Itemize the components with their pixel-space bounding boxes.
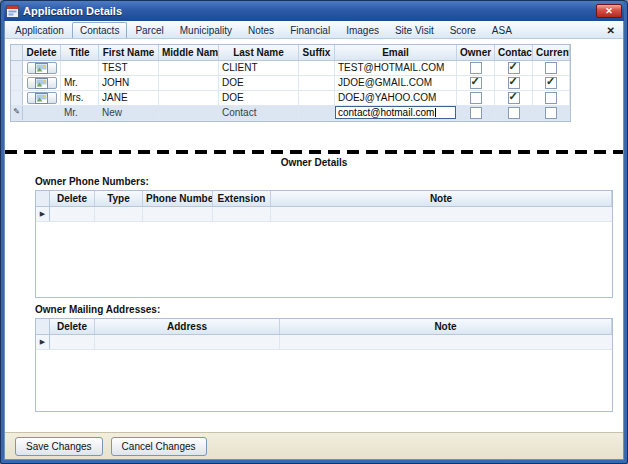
close-button[interactable]: ✕ xyxy=(596,4,622,18)
first-name-cell[interactable]: New xyxy=(99,106,159,120)
last-name-cell[interactable]: DOE xyxy=(219,76,299,90)
column-header-contact[interactable]: Contact xyxy=(495,45,533,60)
column-header-suffix[interactable]: Suffix xyxy=(299,45,335,60)
owner-checkbox[interactable] xyxy=(470,77,482,89)
middle-name-cell[interactable] xyxy=(159,91,219,105)
email-edit-input[interactable]: contact@hotmail.com xyxy=(335,106,456,119)
email-cell[interactable]: DOEJ@YAHOO.COM xyxy=(335,91,457,105)
column-header-first-name[interactable]: First Name xyxy=(99,45,159,60)
title-cell[interactable] xyxy=(61,61,99,75)
column-header-delete[interactable]: Delete xyxy=(50,191,95,206)
tab-asa[interactable]: ASA xyxy=(484,22,520,38)
tab-contacts[interactable]: Contacts xyxy=(72,22,127,38)
column-header-title[interactable]: Title xyxy=(61,45,99,60)
tab-notes[interactable]: Notes xyxy=(240,22,282,38)
current-cell xyxy=(533,106,570,120)
first-name-cell[interactable]: JOHN xyxy=(99,76,159,90)
suffix-cell[interactable] xyxy=(299,106,335,120)
note-cell[interactable] xyxy=(280,335,612,349)
middle-name-cell[interactable] xyxy=(159,76,219,90)
row-header[interactable] xyxy=(11,76,23,90)
note-cell[interactable] xyxy=(271,207,612,221)
delete-cell[interactable] xyxy=(23,106,61,120)
text-caret xyxy=(435,108,436,117)
column-header-owner[interactable]: Owner xyxy=(457,45,495,60)
address-new-row: ▶ xyxy=(36,335,612,350)
tabstrip-close-icon[interactable]: ✕ xyxy=(603,25,619,38)
column-header-delete[interactable]: Delete xyxy=(23,45,61,60)
row-header[interactable] xyxy=(11,91,23,105)
delete-row-button[interactable] xyxy=(27,77,57,89)
edit-pencil-icon: ✎ xyxy=(13,107,20,116)
owner-mailing-addresses-label: Owner Mailing Addresses: xyxy=(35,304,623,316)
client-area: Application Contacts Parcel Municipality… xyxy=(4,21,624,460)
title-cell[interactable]: Mr. xyxy=(61,106,99,120)
column-header-email[interactable]: Email xyxy=(335,45,457,60)
tab-application[interactable]: Application xyxy=(7,22,72,38)
delete-cell xyxy=(23,76,61,90)
middle-name-cell[interactable] xyxy=(159,61,219,75)
tab-score[interactable]: Score xyxy=(442,22,484,38)
column-header-phone-number[interactable]: Phone Number xyxy=(143,191,213,206)
save-changes-button[interactable]: Save Changes xyxy=(15,437,103,456)
column-header-note[interactable]: Note xyxy=(271,191,612,206)
email-cell-editing: contact@hotmail.com xyxy=(335,106,457,120)
contacts-grid: Delete Title First Name Middle Name Last… xyxy=(10,44,571,122)
current-checkbox[interactable] xyxy=(545,77,557,89)
delete-cell xyxy=(23,61,61,75)
suffix-cell[interactable] xyxy=(299,61,335,75)
last-name-cell[interactable]: Contact xyxy=(219,106,299,120)
current-checkbox[interactable] xyxy=(545,92,557,104)
current-checkbox[interactable] xyxy=(545,107,557,119)
row-header[interactable] xyxy=(11,61,23,75)
column-header-middle-name[interactable]: Middle Name xyxy=(159,45,219,60)
owner-checkbox[interactable] xyxy=(470,107,482,119)
contact-checkbox[interactable] xyxy=(508,107,520,119)
tab-site-visit[interactable]: Site Visit xyxy=(387,22,442,38)
type-cell[interactable] xyxy=(95,207,143,221)
column-header-delete[interactable]: Delete xyxy=(50,319,95,334)
tab-images[interactable]: Images xyxy=(338,22,387,38)
title-cell[interactable]: Mrs. xyxy=(61,91,99,105)
tab-municipality[interactable]: Municipality xyxy=(172,22,240,38)
last-name-cell[interactable]: DOE xyxy=(219,91,299,105)
owner-checkbox[interactable] xyxy=(470,62,482,74)
new-row-header[interactable]: ▶ xyxy=(36,207,50,221)
suffix-cell[interactable] xyxy=(299,91,335,105)
extension-cell[interactable] xyxy=(213,207,271,221)
title-cell[interactable]: Mr. xyxy=(61,76,99,90)
column-header-type[interactable]: Type xyxy=(95,191,143,206)
cancel-changes-button[interactable]: Cancel Changes xyxy=(111,437,207,456)
first-name-cell[interactable]: JANE xyxy=(99,91,159,105)
contact-checkbox[interactable] xyxy=(508,92,520,104)
column-header-address[interactable]: Address xyxy=(95,319,280,334)
last-name-cell[interactable]: CLIENT xyxy=(219,61,299,75)
first-name-cell[interactable]: TEST xyxy=(99,61,159,75)
address-cell[interactable] xyxy=(95,335,280,349)
tab-financial[interactable]: Financial xyxy=(282,22,338,38)
row-header-edit[interactable]: ✎ xyxy=(11,106,23,120)
tab-parcel[interactable]: Parcel xyxy=(127,22,171,38)
new-row-header[interactable]: ▶ xyxy=(36,335,50,349)
suffix-cell[interactable] xyxy=(299,76,335,90)
app-icon xyxy=(6,5,19,18)
delete-cell[interactable] xyxy=(50,207,95,221)
phone-new-row: ▶ xyxy=(36,207,612,222)
delete-row-button[interactable] xyxy=(27,92,57,104)
email-cell[interactable]: JDOE@GMAIL.COM xyxy=(335,76,457,90)
column-header-note[interactable]: Note xyxy=(280,319,612,334)
column-header-extension[interactable]: Extension xyxy=(213,191,271,206)
owner-checkbox[interactable] xyxy=(470,92,482,104)
row-header-corner xyxy=(36,319,50,334)
middle-name-cell[interactable] xyxy=(159,106,219,120)
current-checkbox[interactable] xyxy=(545,62,557,74)
column-header-last-name[interactable]: Last Name xyxy=(219,45,299,60)
delete-cell[interactable] xyxy=(50,335,95,349)
contact-checkbox[interactable] xyxy=(508,62,520,74)
title-bar[interactable]: Application Details ✕ xyxy=(4,1,624,21)
column-header-current[interactable]: Current xyxy=(533,45,570,60)
email-cell[interactable]: TEST@HOTMAIL.COM xyxy=(335,61,457,75)
delete-row-button[interactable] xyxy=(27,62,57,74)
contact-checkbox[interactable] xyxy=(508,77,520,89)
phone-number-cell[interactable] xyxy=(143,207,213,221)
